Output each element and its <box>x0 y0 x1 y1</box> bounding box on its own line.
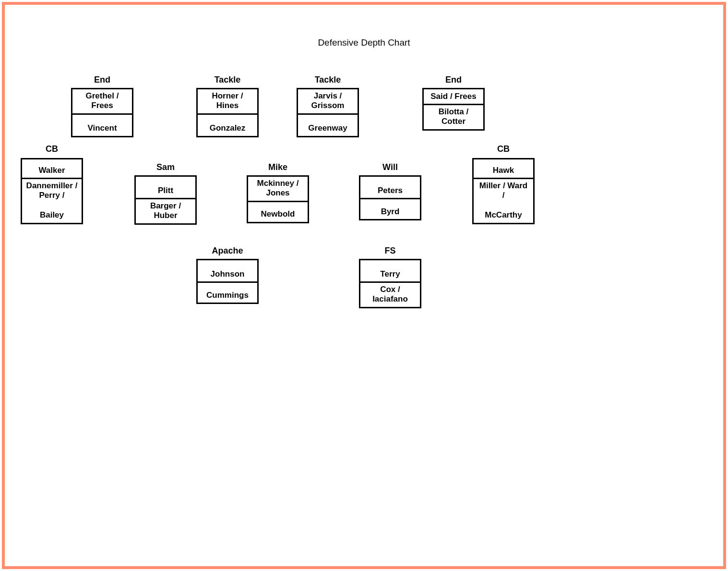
position-label: Tackle <box>196 75 259 85</box>
starter-cell: Mckinney / Jones <box>248 177 308 201</box>
chart-title: Defensive Depth Chart <box>5 37 723 48</box>
position-label: End <box>71 75 133 85</box>
backup-cell: Newbold <box>248 201 308 222</box>
starter-cell: Plitt <box>136 177 195 198</box>
position-cells: Mckinney / Jones Newbold <box>247 175 309 223</box>
position-cb-right: CB Hawk Miller / Ward / McCarthy <box>472 144 535 224</box>
position-cells: Horner / Hines Gonzalez <box>196 88 259 137</box>
position-fs: FS Terry Cox / Iaciafano <box>359 246 421 308</box>
position-label: Will <box>359 162 421 172</box>
starter-cell: Grethel / Frees <box>72 89 132 113</box>
backup-cell: Vincent <box>72 113 132 136</box>
starter-cell: Said / Frees <box>424 89 483 104</box>
position-label: Sam <box>134 162 197 172</box>
starter-cell: Johnson <box>198 260 257 281</box>
backup-cell: Greenway <box>298 113 358 136</box>
position-label: End <box>422 75 485 85</box>
position-cb-left: CB Walker Dannemiller / Perry / Bailey <box>21 144 83 224</box>
position-cells: Walker Dannemiller / Perry / Bailey <box>21 158 83 224</box>
position-tackle-right: Tackle Jarvis / Grissom Greenway <box>297 75 359 137</box>
starter-cell: Jarvis / Grissom <box>298 89 358 113</box>
backup-cell: Cox / Iaciafano <box>360 281 420 307</box>
position-cells: Peters Byrd <box>359 175 421 220</box>
position-label: FS <box>359 246 421 256</box>
position-cells: Grethel / Frees Vincent <box>71 88 133 137</box>
position-cells: Hawk Miller / Ward / McCarthy <box>472 158 535 224</box>
backup-cell: Dannemiller / Perry / Bailey <box>22 178 82 223</box>
starter-cell: Terry <box>360 260 420 281</box>
position-label: Mike <box>247 162 309 172</box>
backup-cell: Gonzalez <box>198 113 257 136</box>
starter-cell: Walker <box>22 159 82 178</box>
position-label: CB <box>472 144 535 154</box>
starter-cell: Hawk <box>474 159 533 178</box>
position-end-right: End Said / Frees Bilotta / Cotter <box>422 75 485 131</box>
position-cells: Johnson Cummings <box>196 259 259 304</box>
backup-cell: Bilotta / Cotter <box>424 104 483 129</box>
backup-cell: Barger / Huber <box>136 198 195 223</box>
position-label: Tackle <box>297 75 359 85</box>
position-sam: Sam Plitt Barger / Huber <box>134 162 197 225</box>
position-label: CB <box>21 144 83 154</box>
position-cells: Plitt Barger / Huber <box>134 175 197 225</box>
page-frame: Defensive Depth Chart End Grethel / Free… <box>2 2 726 569</box>
backup-cell: Miller / Ward / McCarthy <box>474 178 533 223</box>
position-cells: Said / Frees Bilotta / Cotter <box>422 88 485 131</box>
position-mike: Mike Mckinney / Jones Newbold <box>247 162 309 223</box>
position-apache: Apache Johnson Cummings <box>196 246 259 304</box>
starter-cell: Horner / Hines <box>198 89 257 113</box>
starter-cell: Peters <box>360 177 420 198</box>
position-cells: Jarvis / Grissom Greenway <box>297 88 359 137</box>
position-will: Will Peters Byrd <box>359 162 421 220</box>
backup-cell: Cummings <box>198 281 257 303</box>
position-label: Apache <box>196 246 259 256</box>
position-tackle-left: Tackle Horner / Hines Gonzalez <box>196 75 259 137</box>
backup-cell: Byrd <box>360 198 420 219</box>
position-cells: Terry Cox / Iaciafano <box>359 259 421 308</box>
position-end-left: End Grethel / Frees Vincent <box>71 75 133 137</box>
